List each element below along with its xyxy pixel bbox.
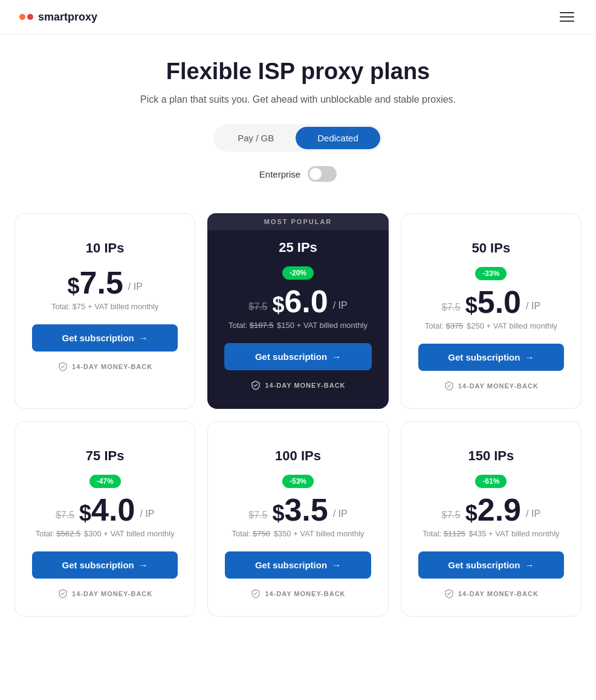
get-subscription-button[interactable]: Get subscription → (418, 551, 564, 579)
get-subscription-button[interactable]: Get subscription → (418, 344, 564, 371)
hero-title: Flexible ISP proxy plans (19, 59, 577, 85)
discount-badge: -20% (282, 266, 314, 280)
logo: smartproxy (19, 11, 97, 24)
money-back-label: 14-DAY MONEY-BACK (458, 382, 539, 390)
price-amount: $3.5 (272, 494, 328, 525)
money-back-row: 14-DAY MONEY-BACK (250, 380, 345, 391)
price-amount: $5.0 (465, 286, 521, 318)
shield-icon (444, 381, 455, 391)
hamburger-line3 (560, 21, 574, 22)
price-per: / IP (526, 509, 540, 519)
arrow-icon: → (139, 333, 148, 343)
enterprise-label: Enterprise (259, 169, 300, 179)
price-row: $7.5$6.0/ IP (248, 286, 347, 317)
card-ips: 75 IPs (86, 448, 125, 464)
card-ips: 25 IPs (279, 240, 317, 255)
get-subscription-button[interactable]: Get subscription → (225, 551, 371, 579)
total-original: $1125 (444, 529, 465, 538)
get-subscription-button[interactable]: Get subscription → (32, 551, 178, 579)
price-amount: $4.0 (79, 494, 135, 525)
price-row: $7.5/ IP (67, 267, 142, 298)
money-back-label: 14-DAY MONEY-BACK (458, 590, 539, 597)
price-amount: $6.0 (272, 286, 328, 317)
money-back-row: 14-DAY MONEY-BACK (444, 588, 539, 599)
price-per: / IP (140, 509, 154, 519)
price-row: $7.5$3.5/ IP (248, 494, 347, 525)
pricing-card: 75 IPs-47%$7.5$4.0/ IPTotal: $562.5 $300… (15, 421, 195, 617)
original-price: $7.5 (248, 301, 267, 312)
discount-badge: -33% (475, 267, 507, 280)
hero-subtitle: Pick a plan that suits you. Get ahead wi… (19, 94, 577, 105)
hamburger-menu[interactable] (557, 10, 577, 24)
shield-icon (57, 361, 68, 372)
money-back-row: 14-DAY MONEY-BACK (57, 588, 152, 599)
pricing-card: 150 IPs-61%$7.5$2.9/ IPTotal: $1125 $435… (401, 421, 581, 617)
shield-icon (250, 380, 261, 391)
hero-section: Flexible ISP proxy plans Pick a plan tha… (0, 34, 596, 213)
logo-dot-orange (19, 14, 25, 20)
discount-badge: -47% (89, 475, 121, 488)
get-subscription-button[interactable]: Get subscription → (224, 343, 371, 370)
arrow-icon: → (139, 560, 148, 570)
money-back-label: 14-DAY MONEY-BACK (72, 363, 152, 370)
cards-row-2: 75 IPs-47%$7.5$4.0/ IPTotal: $562.5 $300… (15, 421, 581, 617)
toggle-knob (309, 168, 322, 180)
pricing-card: 100 IPs-53%$7.5$3.5/ IPTotal: $750 $350 … (207, 421, 388, 617)
hamburger-line1 (560, 12, 574, 13)
original-price: $7.5 (442, 302, 461, 313)
price-amount: $2.9 (465, 494, 521, 525)
logo-dot-red (27, 14, 33, 20)
total-text: Total: $562.5 $300 + VAT billed monthly (36, 529, 175, 538)
cards-section: 10 IPs$7.5/ IPTotal: $75 + VAT billed mo… (0, 213, 596, 653)
card-ips: 150 IPs (468, 448, 514, 464)
shield-icon (444, 588, 455, 599)
money-back-label: 14-DAY MONEY-BACK (72, 590, 152, 597)
money-back-row: 14-DAY MONEY-BACK (57, 361, 152, 372)
pricing-card: MOST POPULAR25 IPs-20%$7.5$6.0/ IPTotal:… (207, 213, 388, 409)
enterprise-toggle[interactable] (308, 166, 337, 182)
money-back-label: 14-DAY MONEY-BACK (265, 382, 345, 389)
navbar: smartproxy (0, 0, 596, 34)
logo-text: smartproxy (38, 11, 97, 24)
arrow-icon: → (525, 560, 534, 570)
pricing-card: 50 IPs-33%$7.5$5.0/ IPTotal: $375 $250 +… (401, 213, 581, 409)
get-subscription-button[interactable]: Get subscription → (32, 324, 178, 352)
most-popular-badge: MOST POPULAR (207, 213, 388, 230)
price-row: $7.5$2.9/ IP (442, 494, 540, 525)
original-price: $7.5 (248, 510, 267, 521)
price-per: / IP (128, 281, 143, 292)
hamburger-line2 (560, 16, 574, 18)
arrow-icon: → (332, 352, 341, 362)
price-row: $7.5$5.0/ IP (442, 286, 540, 318)
total-original: $375 (445, 321, 463, 330)
cards-row-1: 10 IPs$7.5/ IPTotal: $75 + VAT billed mo… (15, 213, 581, 409)
discount-badge: -53% (282, 475, 314, 488)
arrow-icon: → (332, 560, 341, 570)
original-price: $7.5 (442, 510, 461, 521)
total-original: $187.5 (250, 321, 274, 330)
total-text: Total: $1125 $435 + VAT billed monthly (423, 529, 559, 538)
total-original: $562.5 (56, 529, 80, 538)
total-text: Total: $75 + VAT billed monthly (51, 302, 158, 311)
original-price: $7.5 (56, 510, 74, 521)
money-back-label: 14-DAY MONEY-BACK (265, 590, 345, 597)
arrow-icon: → (525, 352, 534, 362)
total-text: Total: $187.5 $150 + VAT billed monthly (228, 321, 368, 330)
toggle-pay-gb[interactable]: Pay / GB (216, 127, 296, 149)
shield-icon (250, 588, 261, 599)
money-back-row: 14-DAY MONEY-BACK (250, 588, 345, 599)
total-text: Total: $750 $350 + VAT billed monthly (232, 529, 364, 538)
price-amount: $7.5 (67, 267, 123, 298)
card-ips: 50 IPs (472, 240, 511, 256)
total-original: $750 (253, 529, 270, 538)
card-ips: 100 IPs (275, 448, 321, 464)
pricing-card: 10 IPs$7.5/ IPTotal: $75 + VAT billed mo… (15, 213, 195, 409)
money-back-row: 14-DAY MONEY-BACK (444, 381, 539, 391)
discount-badge: -61% (475, 475, 507, 488)
price-per: / IP (333, 300, 348, 311)
shield-icon (57, 588, 68, 599)
toggle-dedicated[interactable]: Dedicated (296, 127, 380, 149)
price-row: $7.5$4.0/ IP (56, 494, 154, 525)
price-per: / IP (526, 301, 540, 312)
total-text: Total: $375 $250 + VAT billed monthly (425, 321, 557, 330)
